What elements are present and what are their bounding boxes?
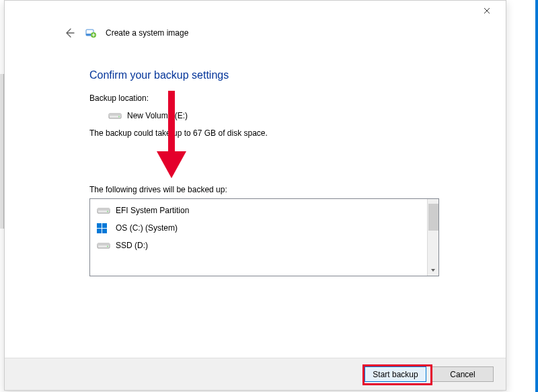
- background-window-edge: [535, 0, 538, 392]
- content-area: Confirm your backup settings Backup loca…: [5, 44, 506, 276]
- svg-rect-4: [109, 114, 121, 116]
- header-row: Create a system image: [5, 21, 506, 44]
- back-arrow-icon[interactable]: [63, 26, 76, 40]
- titlebar: [5, 1, 506, 21]
- svg-point-15: [107, 246, 108, 247]
- wizard-title: Create a system image: [106, 28, 188, 38]
- wizard-window: Create a system image Confirm your backu…: [4, 0, 506, 391]
- svg-point-5: [118, 116, 120, 118]
- backup-location-label: Backup location:: [89, 93, 441, 103]
- cancel-button[interactable]: Cancel: [432, 366, 494, 382]
- size-estimate: The backup could take up to 67 GB of dis…: [89, 128, 441, 138]
- list-item-label: EFI System Partition: [116, 206, 189, 215]
- page-heading: Confirm your backup settings: [89, 69, 441, 81]
- scrollbar[interactable]: [427, 199, 438, 276]
- svg-rect-7: [98, 208, 110, 210]
- start-backup-button[interactable]: Start backup: [364, 366, 426, 382]
- svg-rect-10: [102, 223, 107, 228]
- svg-rect-12: [102, 229, 107, 233]
- drives-list-body: EFI System Partition OS (C:) (System): [90, 199, 427, 276]
- close-icon[interactable]: [473, 1, 500, 20]
- drives-label: The following drives will be backed up:: [89, 185, 441, 194]
- list-item-label: OS (C:) (System): [116, 223, 178, 233]
- drives-list: EFI System Partition OS (C:) (System): [89, 198, 439, 276]
- drive-icon: [97, 206, 109, 215]
- drive-icon: [97, 241, 109, 250]
- list-item[interactable]: EFI System Partition: [94, 202, 423, 219]
- svg-rect-14: [98, 243, 110, 245]
- list-item[interactable]: SSD (D:): [94, 237, 423, 254]
- svg-rect-11: [97, 229, 102, 233]
- footer: Start backup Cancel: [5, 358, 506, 390]
- scroll-thumb[interactable]: [428, 204, 438, 231]
- svg-point-8: [107, 211, 108, 212]
- scroll-down-icon[interactable]: [428, 264, 439, 276]
- windows-drive-icon: [97, 223, 109, 233]
- backup-location-row: New Volume (E:): [89, 107, 441, 124]
- drive-icon: [108, 111, 120, 120]
- list-item[interactable]: OS (C:) (System): [94, 219, 423, 237]
- wizard-icon: [85, 28, 96, 38]
- list-item-label: SSD (D:): [116, 241, 148, 250]
- svg-rect-9: [97, 223, 102, 228]
- backup-location-value: New Volume (E:): [127, 111, 188, 120]
